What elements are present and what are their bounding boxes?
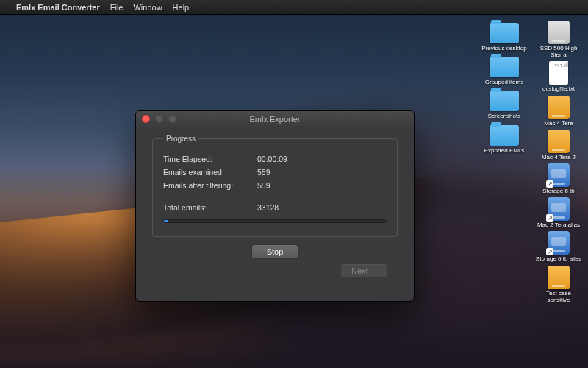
drive-icon [548,130,570,153]
drive-test-case-sensitive[interactable]: Test case sensitive [534,266,584,303]
row-emails-filtered: Emails after filtering: 559 [163,181,387,190]
alias-badge-icon: ↗ [546,248,553,255]
dialog-titlebar[interactable]: Emlx Exporter [136,111,414,127]
drive-mac4tera2[interactable]: Mac 4 Tera 2 [534,130,584,160]
drive-mac4tera[interactable]: Mac 4 Tera [534,96,584,127]
folder-screenshots[interactable]: Screenshots [479,88,529,119]
menu-file[interactable]: File [110,3,123,12]
drive-icon [548,96,570,119]
dialog-title: Emlx Exporter [136,115,414,124]
icon-label: Storage 6 tb alias [536,255,581,262]
desktop-icons: Previous desktop Grouped items Screensho… [481,21,584,303]
alias-badge-icon: ↗ [546,180,553,188]
icon-label: Screenshots [488,113,520,119]
icon-label: Storage 6 tb [542,188,575,194]
icon-label: SSD 500 High Sierra [534,45,583,58]
menu-help[interactable]: Help [173,3,190,12]
window-controls [142,115,176,123]
icon-label: Exported EMLs [484,147,525,154]
total-emails-value: 33128 [257,203,279,212]
network-drive-icon: ↗ [548,231,570,255]
row-total-emails: Total emails: 33128 [163,203,387,212]
progress-bar [163,219,387,223]
folder-icon [490,91,519,111]
progress-group: Progress Time Elapsed: 00:00:09 Emails e… [152,135,398,237]
desktop-col-drives: SSD 500 High Sierra ocslogfile.txt Mac 4… [534,21,584,303]
zoom-icon [168,115,176,123]
drive-ssd-500[interactable]: SSD 500 High Sierra [534,21,584,58]
emails-examined-value: 559 [257,168,270,177]
desktop-col-folders: Previous desktop Grouped items Screensho… [479,21,529,303]
folder-icon [490,125,519,146]
icon-label: Mac 4 Tera [544,120,573,127]
time-elapsed-label: Time Elapsed: [163,155,250,163]
icon-label: Mac 2 Tera alias [537,222,580,228]
row-time-elapsed: Time Elapsed: 00:00:09 [163,155,387,163]
drive-mac2tera-alias[interactable]: ↗ Mac 2 Tera alias [534,197,584,228]
row-emails-examined: Emails examined: 559 [163,168,387,177]
minimize-icon [155,115,163,123]
menu-window[interactable]: Window [133,3,162,12]
drive-storage6tb-alias[interactable]: ↗ Storage 6 tb alias [534,231,584,262]
network-drive-icon: ↗ [548,197,570,221]
close-icon[interactable] [142,115,150,123]
drive-icon [548,266,570,289]
folder-previous-desktop[interactable]: Previous desktop [479,21,529,52]
folder-icon [490,57,519,77]
folder-exported-emls[interactable]: Exported EMLs [479,123,529,154]
network-drive-icon: ↗ [548,163,570,187]
icon-label: Grouped items [485,79,523,85]
progress-bar-fill [164,220,168,222]
folder-grouped-items[interactable]: Grouped items [479,54,529,85]
drive-icon [548,21,570,44]
icon-label: ocslogfile.txt [542,85,575,92]
icon-label: Previous desktop [481,45,526,52]
stop-button[interactable]: Stop [251,244,298,259]
time-elapsed-value: 00:00:09 [257,155,287,163]
icon-label: Mac 4 Tera 2 [542,154,576,160]
total-emails-label: Total emails: [163,203,250,212]
drive-storage6tb[interactable]: ↗ Storage 6 tb [534,163,584,194]
next-button: Next [340,263,387,278]
folder-icon [490,23,519,43]
emails-filtered-label: Emails after filtering: [163,181,250,190]
text-file-icon [549,61,568,85]
emails-examined-label: Emails examined: [163,168,250,177]
menu-bar: Emlx Email Converter File Window Help [0,0,588,15]
app-menu[interactable]: Emlx Email Converter [16,3,100,12]
file-ocslogfile[interactable]: ocslogfile.txt [534,61,584,92]
emails-filtered-value: 559 [257,181,270,190]
alias-badge-icon: ↗ [546,214,553,222]
exporter-dialog: Emlx Exporter Progress Time Elapsed: 00:… [135,110,415,302]
icon-label: Test case sensitive [534,290,583,303]
progress-group-label: Progress [163,135,198,143]
